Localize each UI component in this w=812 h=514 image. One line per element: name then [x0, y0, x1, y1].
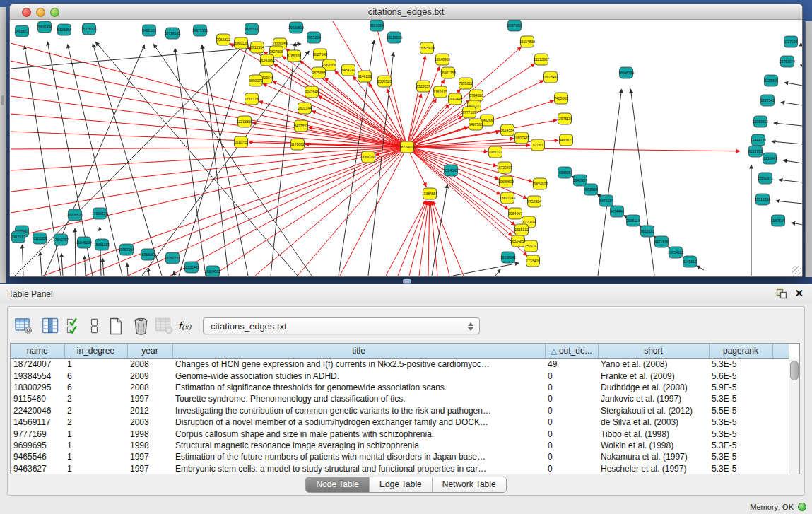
table-cell[interactable]: Jankovic et al. (1997) [598, 393, 709, 404]
graph-node[interactable]: 15051315 [94, 239, 110, 250]
table-cell[interactable]: 9465546 [11, 451, 64, 462]
graph-node[interactable]: 18300295 [360, 151, 376, 163]
table-row[interactable]: 977716911998Corpus callosum shape and si… [11, 428, 789, 439]
graph-node[interactable]: 9245612 [683, 256, 697, 267]
table-cell[interactable]: 1997 [127, 463, 172, 474]
network-canvas[interactable]: 2405572206914068125054152760216466161107… [10, 20, 802, 276]
graph-node[interactable]: 8427552 [294, 120, 308, 132]
tab-node-table[interactable]: Node Table [306, 477, 370, 492]
graph-node[interactable]: 11156829 [32, 233, 47, 244]
graph-node[interactable]: 15692971 [758, 173, 773, 184]
graph-node[interactable]: 1733426 [526, 255, 540, 267]
table-cell[interactable]: 9699695 [11, 440, 64, 451]
graph-node[interactable]: 62160 [531, 139, 545, 151]
table-row[interactable]: 946362711997Embryonic stem cells: a mode… [11, 463, 789, 474]
graph-node[interactable]: 6497568 [469, 119, 483, 130]
table-cell[interactable]: 2008 [127, 382, 172, 393]
table-cell[interactable]: 5.3E-5 [709, 428, 772, 439]
graph-node[interactable]: 8960128 [234, 37, 248, 49]
graph-node[interactable]: 8215953 [748, 146, 763, 157]
table-row[interactable]: 946554611997Estimation of the future num… [11, 451, 789, 462]
table-cell[interactable]: 9463627 [11, 463, 64, 474]
graph-node[interactable]: 9777169 [462, 107, 476, 118]
close-icon[interactable]: ✕ [794, 288, 804, 299]
table-row[interactable]: 1872400712008Changes of HCN gene express… [11, 358, 789, 370]
graph-node[interactable]: 8912954 [250, 42, 264, 53]
left-panel-edge[interactable] [0, 7, 6, 283]
graph-node[interactable]: 12213369 [237, 116, 252, 127]
graph-node[interactable]: 16033809 [288, 22, 304, 33]
float-window-icon[interactable] [776, 288, 787, 299]
table-cell[interactable]: 5.3E-5 [709, 463, 772, 474]
table-scrollbar[interactable] [789, 359, 799, 474]
graph-node[interactable]: 9530512 [245, 23, 259, 35]
table-cell[interactable]: Tibbo et al. (1998) [598, 428, 709, 439]
table-cell[interactable]: 18724007 [11, 358, 64, 370]
table-cell[interactable]: 18300295 [11, 382, 64, 393]
graph-node[interactable]: 7857224 [307, 32, 321, 43]
graph-node[interactable]: 12444139 [751, 134, 766, 146]
table-cell[interactable]: Hescheler et al. (1997) [598, 463, 709, 474]
graph-node[interactable]: 2803144 [298, 103, 312, 114]
graph-node[interactable]: 3624554 [500, 124, 514, 136]
graph-node[interactable]: 18640910 [435, 54, 450, 65]
table-cell[interactable]: 2012 [127, 405, 172, 416]
graph-node[interactable]: 19384554 [422, 188, 437, 199]
graph-node[interactable]: 14671355 [192, 25, 208, 36]
table-cell[interactable]: Wolkin et al. (1998) [598, 440, 709, 451]
graph-node[interactable]: 19654923 [532, 178, 548, 189]
graph-node[interactable]: 2588520 [377, 76, 392, 87]
graph-node[interactable]: 1990448 [448, 93, 462, 105]
graph-node[interactable]: 17359924 [92, 208, 107, 219]
table-cell[interactable]: Structural magnetic resonance image aver… [172, 440, 545, 451]
column-header-year[interactable]: year [127, 344, 172, 358]
column-header-name[interactable]: name [11, 344, 64, 358]
graph-node[interactable]: 1167534 [771, 215, 784, 226]
table-cell[interactable]: Changes of HCN gene expression and I(f) … [172, 358, 545, 370]
graph-node[interactable]: 6479197 [599, 195, 613, 206]
graph-node[interactable]: 8125054 [57, 24, 71, 35]
column-header-short[interactable]: short [598, 344, 709, 358]
table-cell[interactable]: Stergiakouli et al. (2012) [598, 405, 709, 416]
table-row[interactable]: 911546021997Tourette syndrome. Phenomeno… [11, 393, 789, 404]
table-cell[interactable]: Genome-wide association studies in ADHD. [172, 370, 545, 381]
table-cell[interactable]: 0 [545, 440, 598, 451]
row-options-icon[interactable] [89, 316, 100, 336]
table-cell[interactable]: 0 [545, 428, 598, 439]
graph-node[interactable]: 16648784 [618, 67, 634, 78]
table-cell[interactable]: Nakamura et al. (1997) [598, 451, 709, 462]
table-cell[interactable]: 0 [545, 393, 598, 404]
graph-node[interactable]: 16924502 [205, 266, 220, 276]
table-cell[interactable]: 1998 [127, 428, 172, 439]
table-mode-icon[interactable] [14, 316, 33, 336]
table-cell[interactable]: 5.5E-5 [709, 405, 772, 416]
column-header-in_degree[interactable]: in_degree [64, 344, 127, 358]
graph-node[interactable]: 10973493 [543, 71, 558, 83]
table-row[interactable]: 1830029562008Estimation of significance … [11, 382, 789, 393]
graph-node[interactable]: 1615132 [514, 224, 529, 235]
graph-node[interactable]: 6794028 [469, 90, 483, 101]
graph-node[interactable]: 16524851 [510, 235, 526, 247]
graph-node[interactable]: 8471676 [654, 236, 669, 247]
graph-node[interactable]: 10719185 [165, 28, 180, 39]
graph-node[interactable]: 15751074 [779, 56, 795, 67]
table-cell[interactable]: 2 [64, 416, 127, 428]
graph-node[interactable]: 2087682 [507, 20, 522, 31]
table-cell[interactable]: Tourette syndrome. Phenomenology and cla… [172, 393, 545, 404]
tab-edge-table[interactable]: Edge Table [370, 477, 433, 492]
graph-node[interactable]: 9984067 [508, 208, 522, 219]
graph-node[interactable]: 9242848 [305, 86, 319, 98]
table-cell[interactable]: Disruption of a novel member of a sodium… [172, 416, 545, 428]
table-cell[interactable]: 5.3E-5 [709, 440, 772, 451]
graph-node[interactable]: 1810755 [234, 136, 248, 148]
graph-node[interactable]: 1170062 [290, 139, 304, 150]
graph-node[interactable]: 8186328 [287, 50, 301, 62]
table-row[interactable]: 969969511998Structural magnetic resonanc… [11, 440, 789, 451]
table-cell[interactable]: Franke et al. (2009) [598, 370, 709, 381]
table-cell[interactable]: 0 [545, 463, 598, 474]
graph-node[interactable]: 9890172 [249, 75, 263, 86]
graph-node[interactable]: 16154838 [519, 36, 535, 47]
table-cell[interactable]: Estimation of significance thresholds fo… [172, 382, 545, 393]
graph-node[interactable]: 12975115 [557, 113, 572, 124]
table-cell[interactable]: 1 [64, 451, 127, 462]
